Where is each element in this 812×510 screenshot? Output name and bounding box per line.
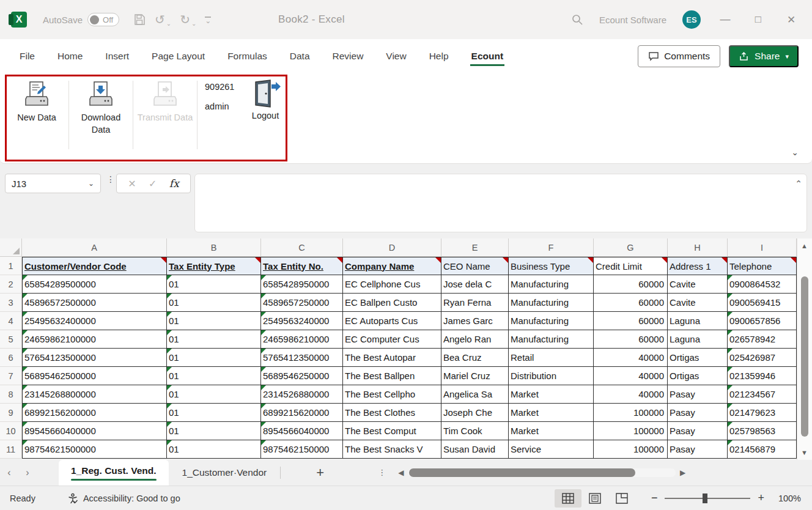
add-sheet-button[interactable]: +: [316, 465, 324, 481]
cell[interactable]: 98754621500000: [22, 440, 167, 459]
column-header-F[interactable]: F: [509, 238, 594, 257]
logout-button[interactable]: Logout: [242, 78, 289, 120]
name-box-dropdown-icon[interactable]: ⌄: [88, 179, 94, 188]
vertical-scroll-thumb[interactable]: [801, 276, 808, 437]
name-box[interactable]: J13 ⌄: [5, 174, 101, 193]
drag-handle-icon[interactable]: ⋮: [106, 177, 115, 182]
avatar[interactable]: ES: [682, 10, 701, 29]
share-button[interactable]: Share ▾: [729, 45, 799, 67]
row-header-9[interactable]: 9: [0, 404, 22, 422]
cell[interactable]: Joseph Che: [441, 404, 509, 422]
column-header-I[interactable]: I: [728, 238, 797, 257]
cell[interactable]: The Best Cellpho: [343, 385, 441, 404]
cell[interactable]: Susan David: [441, 440, 509, 459]
horizontal-scroll-thumb[interactable]: [409, 468, 635, 477]
cell[interactable]: Ryan Ferna: [441, 294, 509, 312]
tab-file[interactable]: File: [18, 47, 36, 65]
column-header-D[interactable]: D: [343, 238, 441, 257]
tab-data[interactable]: Data: [289, 47, 311, 65]
cell[interactable]: CEO Name: [441, 257, 509, 275]
column-header-G[interactable]: G: [594, 238, 668, 257]
cell[interactable]: 01: [167, 367, 261, 385]
cell[interactable]: EC Computer Cus: [343, 330, 441, 349]
sheet-tab-active[interactable]: 1_Reg. Cust. Vend.: [59, 460, 169, 486]
cell[interactable]: Credit Limit: [594, 257, 668, 275]
share-dropdown-icon[interactable]: ▾: [785, 53, 789, 61]
row-header-10[interactable]: 10: [0, 422, 22, 440]
cell[interactable]: Business Type: [509, 257, 594, 275]
cell[interactable]: 01: [167, 294, 261, 312]
tab-formulas[interactable]: Formulas: [226, 47, 268, 65]
page-layout-view-button[interactable]: [581, 489, 608, 508]
zoom-in-button[interactable]: +: [758, 492, 764, 504]
cell[interactable]: 01: [167, 440, 261, 459]
new-data-button[interactable]: New Data: [9, 78, 65, 124]
cell[interactable]: 60000: [594, 330, 668, 349]
cell[interactable]: Pasay: [668, 440, 728, 459]
tab-review[interactable]: Review: [331, 47, 365, 65]
cell[interactable]: 60000: [594, 312, 668, 330]
row-header-1[interactable]: 1: [0, 257, 22, 275]
cell[interactable]: Bea Cruz: [441, 349, 509, 367]
cell[interactable]: Address 1: [668, 257, 728, 275]
minimize-button[interactable]: —: [717, 13, 734, 26]
row-header-11[interactable]: 11: [0, 440, 22, 459]
cell[interactable]: The Best Snacks V: [343, 440, 441, 459]
tab-page-layout[interactable]: Page Layout: [150, 47, 206, 65]
cell[interactable]: Laguna: [668, 312, 728, 330]
select-all-corner[interactable]: [0, 238, 22, 257]
cell[interactable]: 01: [167, 349, 261, 367]
cell[interactable]: Cavite: [668, 294, 728, 312]
column-header-C[interactable]: C: [261, 238, 343, 257]
customize-toolbar-icon[interactable]: ⌄: [205, 17, 211, 23]
cell[interactable]: Pasay: [668, 422, 728, 440]
cell[interactable]: 40000: [594, 385, 668, 404]
save-icon[interactable]: [133, 13, 146, 26]
cell[interactable]: Manufacturing: [509, 294, 594, 312]
tab-insert[interactable]: Insert: [104, 47, 130, 65]
zoom-slider[interactable]: [665, 498, 750, 499]
tab-home[interactable]: Home: [56, 47, 84, 65]
cell[interactable]: Service: [509, 440, 594, 459]
formula-input[interactable]: [194, 174, 807, 232]
collapse-formula-bar-icon[interactable]: ⌃: [795, 179, 802, 188]
download-data-button[interactable]: Download Data: [73, 78, 129, 136]
cell[interactable]: EC Ballpen Custo: [343, 294, 441, 312]
zoom-out-button[interactable]: −: [651, 492, 658, 504]
sheet-tab-inactive[interactable]: 1_Customer·Vendor: [169, 467, 281, 478]
cell[interactable]: 021234567: [728, 385, 797, 404]
autosave-control[interactable]: AutoSave Off: [43, 13, 119, 26]
cell[interactable]: 025798563: [728, 422, 797, 440]
comments-button[interactable]: Comments: [638, 45, 720, 67]
cell[interactable]: 026578942: [728, 330, 797, 349]
column-header-A[interactable]: A: [22, 238, 167, 257]
page-break-preview-button[interactable]: [608, 489, 635, 508]
cell[interactable]: Ortigas: [668, 349, 728, 367]
column-header-B[interactable]: B: [167, 238, 261, 257]
cell[interactable]: 0900864532: [728, 275, 797, 294]
cell[interactable]: 021456879: [728, 440, 797, 459]
enter-icon[interactable]: ✓: [149, 178, 157, 190]
vertical-scrollbar[interactable]: ▲ ▼: [797, 238, 812, 460]
cell[interactable]: 9875462150000: [261, 440, 343, 459]
cell[interactable]: 60000: [594, 294, 668, 312]
cell[interactable]: 2549563240000: [261, 312, 343, 330]
tabbar-drag-handle-icon[interactable]: ⋮: [378, 471, 386, 475]
cell[interactable]: 021359946: [728, 367, 797, 385]
account-name[interactable]: Ecount Software: [599, 15, 666, 25]
cell[interactable]: 100000: [594, 404, 668, 422]
cell[interactable]: 6899215620000: [261, 404, 343, 422]
cell[interactable]: Retail: [509, 349, 594, 367]
scroll-left-icon[interactable]: ◀: [398, 468, 404, 477]
cell[interactable]: 0900569415: [728, 294, 797, 312]
cell[interactable]: Mariel Cruz: [441, 367, 509, 385]
cell[interactable]: 25495632400000: [22, 312, 167, 330]
cell[interactable]: 5765412350000: [261, 349, 343, 367]
horizontal-scrollbar[interactable]: ◀ ▶: [398, 467, 685, 478]
cell[interactable]: Distribution: [509, 367, 594, 385]
cell[interactable]: 0900657856: [728, 312, 797, 330]
cell[interactable]: 40000: [594, 349, 668, 367]
cell[interactable]: 100000: [594, 440, 668, 459]
cell[interactable]: 6585428950000: [261, 275, 343, 294]
cell[interactable]: Manufacturing: [509, 275, 594, 294]
